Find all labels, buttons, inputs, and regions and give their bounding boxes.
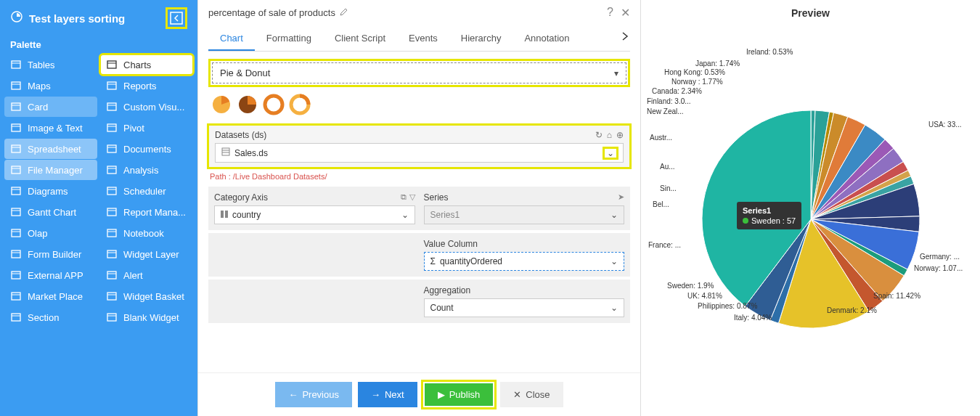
sidebar-item-notebook[interactable]: Notebook bbox=[100, 223, 193, 243]
palette-item-label: Card bbox=[28, 102, 48, 113]
palette-item-label: Documents bbox=[123, 144, 171, 155]
close-button[interactable]: ✕ Close bbox=[500, 382, 563, 407]
tab-hierarchy[interactable]: Hierarchy bbox=[449, 27, 513, 51]
sidebar-item-blank-widget[interactable]: Blank Widget bbox=[100, 307, 193, 327]
sidebar-item-pivot[interactable]: Pivot bbox=[100, 118, 193, 138]
preview-title: Preview bbox=[641, 0, 980, 22]
home-icon[interactable]: ⌂ bbox=[607, 130, 612, 140]
palette-grid: TablesMapsCardImage & TextSpreadsheetFil… bbox=[4, 54, 193, 327]
sidebar-item-maps[interactable]: Maps bbox=[4, 76, 97, 96]
sigma-icon: Σ bbox=[430, 256, 436, 266]
palette-item-label: Olap bbox=[28, 228, 47, 239]
palette-item-label: Market Place bbox=[28, 291, 83, 302]
sidebar-item-olap[interactable]: Olap bbox=[4, 223, 97, 243]
next-button[interactable]: → Next bbox=[358, 382, 417, 407]
aggregation-select[interactable]: Count ⌄ bbox=[424, 298, 625, 317]
tooltip-value: Sweden : 57 bbox=[751, 216, 796, 225]
dashboard-icon bbox=[10, 10, 23, 26]
palette-item-icon bbox=[10, 101, 22, 113]
pie-label: Ireland: 0.53% bbox=[746, 48, 793, 56]
tooltip-dot-icon bbox=[743, 218, 748, 224]
sidebar-item-external-app[interactable]: External APP bbox=[4, 265, 97, 285]
edit-title-icon[interactable] bbox=[340, 7, 348, 18]
datasets-section: Datasets (ds) ↻ ⌂ ⊕ Sales.ds ⌄ bbox=[208, 125, 630, 168]
previous-button[interactable]: ← Previous bbox=[275, 382, 352, 407]
collapse-sidebar-button[interactable] bbox=[166, 7, 187, 29]
tab-client-script[interactable]: Client Script bbox=[323, 27, 397, 51]
palette-item-icon bbox=[10, 290, 22, 302]
svg-rect-10 bbox=[12, 145, 20, 152]
sidebar-item-reports[interactable]: Reports bbox=[100, 76, 193, 96]
sidebar-item-spreadsheet[interactable]: Spreadsheet bbox=[4, 139, 97, 159]
filter-icon[interactable]: ▽ bbox=[409, 192, 415, 203]
palette-item-label: External APP bbox=[28, 270, 83, 281]
pie-chart: Series1 Sweden : 57 Ireland: 0.53%Japan:… bbox=[641, 22, 980, 416]
arrow-left-icon: ← bbox=[288, 389, 298, 400]
chevron-down-icon: ⌄ bbox=[611, 303, 618, 313]
link-icon[interactable]: ⧉ bbox=[401, 192, 407, 203]
sidebar-item-custom-visu-[interactable]: Custom Visu... bbox=[100, 97, 193, 117]
svg-rect-18 bbox=[12, 229, 20, 237]
pie-label: USA: 33... bbox=[928, 121, 962, 129]
palette-item-label: Diagrams bbox=[28, 186, 68, 197]
tab-chart[interactable]: Chart bbox=[208, 27, 255, 51]
sidebar-item-diagrams[interactable]: Diagrams bbox=[4, 181, 97, 201]
dataset-select[interactable]: Sales.ds ⌄ bbox=[215, 143, 624, 163]
donut-icon[interactable] bbox=[264, 94, 284, 115]
help-icon[interactable]: ? bbox=[607, 6, 613, 20]
sidebar-item-charts[interactable]: Charts bbox=[100, 54, 193, 75]
palette-item-label: Custom Visu... bbox=[123, 102, 184, 113]
sidebar-item-card[interactable]: Card bbox=[4, 97, 97, 117]
sidebar-item-scheduler[interactable]: Scheduler bbox=[100, 181, 193, 201]
arrow-right-icon: → bbox=[371, 389, 380, 400]
svg-rect-61 bbox=[221, 211, 224, 218]
sidebar-item-image-text[interactable]: Image & Text bbox=[4, 118, 97, 138]
svg-rect-38 bbox=[107, 166, 116, 174]
sidebar-item-analysis[interactable]: Analysis bbox=[100, 160, 193, 180]
sidebar-item-report-mana-[interactable]: Report Mana... bbox=[100, 202, 193, 222]
sidebar-item-form-builder[interactable]: Form Builder bbox=[4, 244, 97, 264]
sidebar-item-documents[interactable]: Documents bbox=[100, 139, 193, 159]
sidebar-item-alert[interactable]: Alert bbox=[100, 265, 193, 285]
close-panel-icon[interactable]: ✕ bbox=[621, 6, 630, 20]
palette-item-icon bbox=[10, 185, 22, 197]
sidebar-item-widget-basket[interactable]: Widget Basket bbox=[100, 286, 193, 306]
chart-type-select[interactable]: Pie & Donut ▾ bbox=[212, 62, 626, 83]
refresh-icon[interactable]: ↻ bbox=[595, 130, 603, 140]
tabs-more-icon[interactable] bbox=[620, 31, 630, 44]
add-icon[interactable]: ⊕ bbox=[616, 130, 624, 140]
pie-full-icon[interactable] bbox=[211, 94, 232, 115]
dataset-chevron-icon[interactable]: ⌄ bbox=[604, 148, 617, 158]
palette-item-icon bbox=[10, 248, 22, 260]
donut-partial-icon[interactable] bbox=[290, 94, 310, 115]
tab-formatting[interactable]: Formatting bbox=[255, 27, 323, 51]
sidebar-item-gantt-chart[interactable]: Gantt Chart bbox=[4, 202, 97, 222]
aggregation-value: Count bbox=[430, 303, 454, 313]
palette-item-icon bbox=[106, 164, 118, 176]
svg-point-56 bbox=[265, 96, 282, 113]
pie-label: Germany: ... bbox=[920, 253, 960, 261]
sidebar-item-market-place[interactable]: Market Place bbox=[4, 286, 97, 306]
tab-events[interactable]: Events bbox=[397, 27, 449, 51]
pie-label: UK: 4.81% bbox=[687, 292, 722, 300]
sidebar-item-tables[interactable]: Tables bbox=[4, 54, 97, 75]
svg-rect-34 bbox=[107, 124, 116, 131]
category-axis-select[interactable]: country ⌄ bbox=[214, 205, 415, 224]
pie-label: Norway: 1.07... bbox=[914, 264, 963, 272]
palette-item-icon bbox=[106, 59, 118, 70]
value-column-select[interactable]: Σ quantityOrdered ⌄ bbox=[424, 252, 625, 271]
svg-rect-46 bbox=[107, 250, 116, 258]
palette-item-label: Form Builder bbox=[28, 249, 81, 260]
pie-quarter-icon[interactable] bbox=[237, 94, 258, 115]
sidebar-item-widget-layer[interactable]: Widget Layer bbox=[100, 244, 193, 264]
sidebar-item-file-manager[interactable]: File Manager bbox=[4, 160, 97, 180]
pie-label: Finland: 3.0... bbox=[647, 97, 691, 105]
chevron-down-icon: ⌄ bbox=[401, 210, 409, 220]
sidebar-item-section[interactable]: Section bbox=[4, 307, 97, 327]
chart-type-value: Pie & Donut bbox=[220, 68, 270, 78]
send-icon[interactable]: ➤ bbox=[618, 192, 624, 203]
pie-label: Italy: 4.04% bbox=[734, 314, 772, 322]
publish-button[interactable]: ▶ Publish bbox=[425, 383, 494, 406]
tab-annotation[interactable]: Annotation bbox=[513, 27, 581, 51]
series-select[interactable]: Series1 ⌄ bbox=[424, 205, 625, 224]
